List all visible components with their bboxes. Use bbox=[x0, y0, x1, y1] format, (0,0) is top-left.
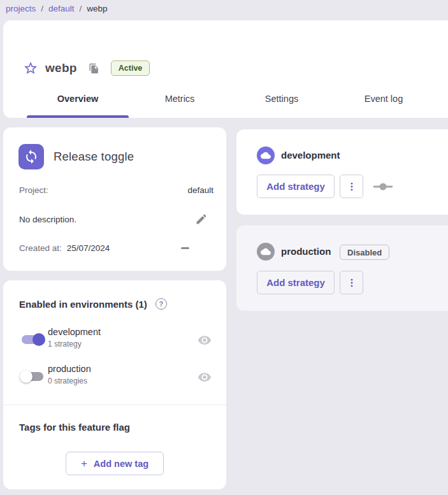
env-name-label: development bbox=[48, 327, 101, 337]
environment-name: production bbox=[281, 246, 331, 257]
development-environment-card: development Add strategy bbox=[236, 129, 448, 215]
project-label: Project: bbox=[19, 185, 48, 195]
environments-panel-card: Enabled in environments (1) ? developmen… bbox=[3, 280, 226, 489]
created-label: Created at: bbox=[19, 243, 62, 253]
env-toggle-row-production: production 0 strategies bbox=[3, 363, 226, 394]
tab-bar: Overview Metrics Settings Event log bbox=[27, 80, 435, 118]
status-badge: Active bbox=[111, 61, 150, 76]
env-strategy-count: 0 strategies bbox=[48, 377, 87, 385]
breadcrumb-default-link[interactable]: default bbox=[48, 4, 75, 13]
project-value: default bbox=[187, 185, 213, 195]
env-name-label: production bbox=[48, 364, 91, 374]
add-new-tag-button[interactable]: + Add new tag bbox=[66, 452, 164, 475]
more-options-kebab-button[interactable] bbox=[340, 175, 363, 198]
eye-icon[interactable] bbox=[197, 369, 212, 385]
more-options-kebab-button[interactable] bbox=[340, 271, 363, 294]
breadcrumb-separator: / bbox=[41, 4, 43, 13]
tab-metrics[interactable]: Metrics bbox=[129, 80, 231, 118]
plus-icon: + bbox=[81, 457, 87, 470]
created-value: 25/07/2024 bbox=[67, 243, 110, 253]
environments-panel-header: Enabled in environments (1) ? bbox=[19, 298, 167, 310]
add-strategy-button[interactable]: Add strategy bbox=[257, 271, 335, 294]
created-row: Created at: 25/07/2024 bbox=[19, 243, 213, 253]
env-toggle-row-development: development 1 strategy bbox=[3, 326, 226, 357]
collapse-minus-icon[interactable] bbox=[181, 247, 189, 249]
project-row: Project: default bbox=[19, 185, 213, 195]
environment-name: development bbox=[281, 150, 340, 161]
panel-divider bbox=[3, 405, 226, 405]
disabled-chip: Disabled bbox=[340, 245, 389, 260]
feature-title-row: webp Active bbox=[22, 54, 150, 83]
production-cloud-icon bbox=[257, 243, 275, 261]
add-new-tag-label: Add new tag bbox=[94, 459, 148, 469]
breadcrumb-separator: / bbox=[80, 4, 82, 13]
feature-details-card: Release toggle Project: default No descr… bbox=[3, 127, 226, 271]
tab-settings[interactable]: Settings bbox=[231, 80, 333, 118]
copy-name-icon[interactable] bbox=[88, 62, 101, 75]
edit-description-icon[interactable] bbox=[194, 212, 208, 226]
feature-flag-overview-page: projects / default / webp webp Active Ov… bbox=[0, 0, 448, 495]
development-cloud-icon bbox=[257, 147, 275, 164]
breadcrumb: projects / default / webp bbox=[6, 1, 108, 16]
commit-icon bbox=[373, 180, 393, 194]
add-strategy-button[interactable]: Add strategy bbox=[257, 175, 335, 198]
feature-type-title: Release toggle bbox=[54, 144, 134, 169]
release-toggle-type-icon bbox=[18, 144, 44, 169]
favorite-star-icon[interactable] bbox=[22, 60, 39, 76]
description-text: No description. bbox=[19, 215, 76, 224]
page-title: webp bbox=[45, 61, 77, 75]
environments-panel-title: Enabled in environments (1) bbox=[19, 299, 147, 310]
production-environment-card: production Disabled Add strategy bbox=[236, 226, 448, 311]
tab-event-log[interactable]: Event log bbox=[333, 80, 435, 118]
eye-icon[interactable] bbox=[197, 333, 212, 348]
tab-overview[interactable]: Overview bbox=[27, 80, 129, 118]
production-toggle-switch[interactable] bbox=[20, 369, 45, 384]
breadcrumb-projects-link[interactable]: projects bbox=[6, 4, 36, 13]
env-strategy-count: 1 strategy bbox=[48, 340, 82, 348]
development-toggle-switch[interactable] bbox=[20, 332, 45, 347]
feature-header-card: webp Active Overview Metrics Settings Ev… bbox=[3, 20, 448, 118]
breadcrumb-current: webp bbox=[87, 4, 107, 13]
toggle-thumb bbox=[33, 333, 45, 346]
toggle-thumb bbox=[20, 370, 33, 383]
help-icon[interactable]: ? bbox=[155, 298, 167, 310]
description-row: No description. bbox=[19, 212, 213, 226]
tags-section-title: Tags for this feature flag bbox=[19, 422, 130, 433]
